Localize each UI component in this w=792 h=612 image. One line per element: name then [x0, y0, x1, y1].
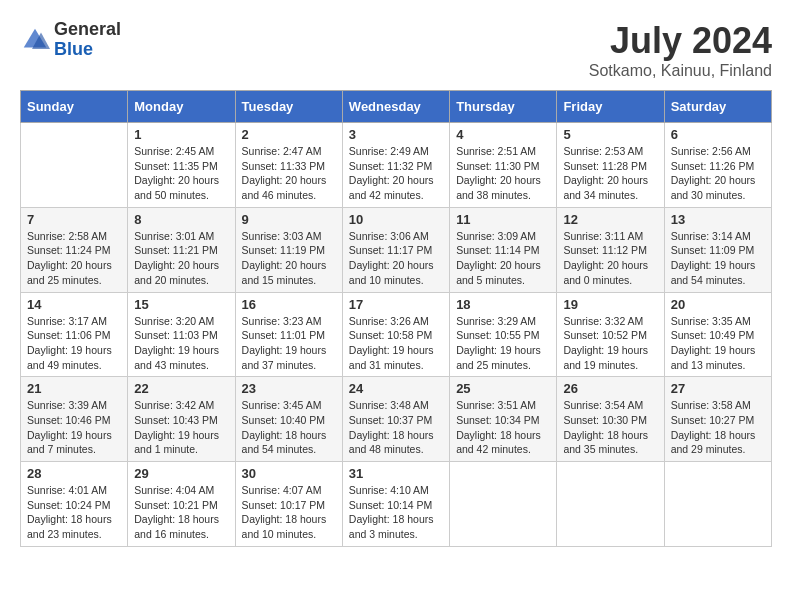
calendar-cell: 24Sunrise: 3:48 AM Sunset: 10:37 PM Dayl… [342, 377, 449, 462]
calendar-cell: 19Sunrise: 3:32 AM Sunset: 10:52 PM Dayl… [557, 292, 664, 377]
calendar-cell: 21Sunrise: 3:39 AM Sunset: 10:46 PM Dayl… [21, 377, 128, 462]
day-number: 11 [456, 212, 550, 227]
main-title: July 2024 [589, 20, 772, 62]
day-number: 26 [563, 381, 657, 396]
calendar-cell [450, 462, 557, 547]
day-info: Sunrise: 3:39 AM Sunset: 10:46 PM Daylig… [27, 398, 121, 457]
day-number: 16 [242, 297, 336, 312]
day-number: 30 [242, 466, 336, 481]
calendar-cell: 14Sunrise: 3:17 AM Sunset: 11:06 PM Dayl… [21, 292, 128, 377]
calendar-cell: 27Sunrise: 3:58 AM Sunset: 10:27 PM Dayl… [664, 377, 771, 462]
calendar-cell: 1Sunrise: 2:45 AM Sunset: 11:35 PM Dayli… [128, 123, 235, 208]
day-info: Sunrise: 3:51 AM Sunset: 10:34 PM Daylig… [456, 398, 550, 457]
day-number: 3 [349, 127, 443, 142]
calendar-cell: 26Sunrise: 3:54 AM Sunset: 10:30 PM Dayl… [557, 377, 664, 462]
day-info: Sunrise: 4:04 AM Sunset: 10:21 PM Daylig… [134, 483, 228, 542]
calendar-cell: 4Sunrise: 2:51 AM Sunset: 11:30 PM Dayli… [450, 123, 557, 208]
calendar-cell: 18Sunrise: 3:29 AM Sunset: 10:55 PM Dayl… [450, 292, 557, 377]
day-number: 29 [134, 466, 228, 481]
calendar-cell [557, 462, 664, 547]
calendar-cell: 31Sunrise: 4:10 AM Sunset: 10:14 PM Dayl… [342, 462, 449, 547]
day-header-monday: Monday [128, 91, 235, 123]
calendar-cell: 9Sunrise: 3:03 AM Sunset: 11:19 PM Dayli… [235, 207, 342, 292]
day-header-thursday: Thursday [450, 91, 557, 123]
day-header-friday: Friday [557, 91, 664, 123]
day-info: Sunrise: 3:20 AM Sunset: 11:03 PM Daylig… [134, 314, 228, 373]
calendar-week-4: 21Sunrise: 3:39 AM Sunset: 10:46 PM Dayl… [21, 377, 772, 462]
day-info: Sunrise: 3:17 AM Sunset: 11:06 PM Daylig… [27, 314, 121, 373]
calendar-cell: 11Sunrise: 3:09 AM Sunset: 11:14 PM Dayl… [450, 207, 557, 292]
day-number: 18 [456, 297, 550, 312]
calendar-cell: 6Sunrise: 2:56 AM Sunset: 11:26 PM Dayli… [664, 123, 771, 208]
calendar-cell: 15Sunrise: 3:20 AM Sunset: 11:03 PM Dayl… [128, 292, 235, 377]
day-info: Sunrise: 3:23 AM Sunset: 11:01 PM Daylig… [242, 314, 336, 373]
day-info: Sunrise: 3:06 AM Sunset: 11:17 PM Daylig… [349, 229, 443, 288]
day-info: Sunrise: 3:42 AM Sunset: 10:43 PM Daylig… [134, 398, 228, 457]
calendar-cell: 23Sunrise: 3:45 AM Sunset: 10:40 PM Dayl… [235, 377, 342, 462]
day-number: 28 [27, 466, 121, 481]
day-info: Sunrise: 3:14 AM Sunset: 11:09 PM Daylig… [671, 229, 765, 288]
calendar-cell: 8Sunrise: 3:01 AM Sunset: 11:21 PM Dayli… [128, 207, 235, 292]
calendar-cell: 13Sunrise: 3:14 AM Sunset: 11:09 PM Dayl… [664, 207, 771, 292]
day-info: Sunrise: 2:49 AM Sunset: 11:32 PM Daylig… [349, 144, 443, 203]
day-number: 20 [671, 297, 765, 312]
logo-icon [20, 25, 50, 55]
day-header-wednesday: Wednesday [342, 91, 449, 123]
day-info: Sunrise: 3:09 AM Sunset: 11:14 PM Daylig… [456, 229, 550, 288]
day-number: 7 [27, 212, 121, 227]
calendar-week-5: 28Sunrise: 4:01 AM Sunset: 10:24 PM Dayl… [21, 462, 772, 547]
day-number: 12 [563, 212, 657, 227]
calendar-cell: 20Sunrise: 3:35 AM Sunset: 10:49 PM Dayl… [664, 292, 771, 377]
day-info: Sunrise: 2:58 AM Sunset: 11:24 PM Daylig… [27, 229, 121, 288]
calendar-cell: 25Sunrise: 3:51 AM Sunset: 10:34 PM Dayl… [450, 377, 557, 462]
day-info: Sunrise: 3:26 AM Sunset: 10:58 PM Daylig… [349, 314, 443, 373]
calendar-cell: 30Sunrise: 4:07 AM Sunset: 10:17 PM Dayl… [235, 462, 342, 547]
logo-text: General Blue [54, 20, 121, 60]
calendar-table: SundayMondayTuesdayWednesdayThursdayFrid… [20, 90, 772, 547]
day-number: 13 [671, 212, 765, 227]
calendar-cell: 12Sunrise: 3:11 AM Sunset: 11:12 PM Dayl… [557, 207, 664, 292]
day-info: Sunrise: 3:48 AM Sunset: 10:37 PM Daylig… [349, 398, 443, 457]
calendar-cell [21, 123, 128, 208]
header: General Blue July 2024 Sotkamo, Kainuu, … [20, 20, 772, 80]
day-info: Sunrise: 3:58 AM Sunset: 10:27 PM Daylig… [671, 398, 765, 457]
day-number: 24 [349, 381, 443, 396]
day-number: 5 [563, 127, 657, 142]
calendar-cell: 2Sunrise: 2:47 AM Sunset: 11:33 PM Dayli… [235, 123, 342, 208]
day-info: Sunrise: 3:01 AM Sunset: 11:21 PM Daylig… [134, 229, 228, 288]
day-info: Sunrise: 2:45 AM Sunset: 11:35 PM Daylig… [134, 144, 228, 203]
day-number: 25 [456, 381, 550, 396]
calendar-cell [664, 462, 771, 547]
day-info: Sunrise: 2:47 AM Sunset: 11:33 PM Daylig… [242, 144, 336, 203]
calendar-week-2: 7Sunrise: 2:58 AM Sunset: 11:24 PM Dayli… [21, 207, 772, 292]
day-info: Sunrise: 3:32 AM Sunset: 10:52 PM Daylig… [563, 314, 657, 373]
calendar-week-1: 1Sunrise: 2:45 AM Sunset: 11:35 PM Dayli… [21, 123, 772, 208]
day-number: 9 [242, 212, 336, 227]
calendar-week-3: 14Sunrise: 3:17 AM Sunset: 11:06 PM Dayl… [21, 292, 772, 377]
day-info: Sunrise: 3:35 AM Sunset: 10:49 PM Daylig… [671, 314, 765, 373]
day-info: Sunrise: 2:53 AM Sunset: 11:28 PM Daylig… [563, 144, 657, 203]
calendar-cell: 29Sunrise: 4:04 AM Sunset: 10:21 PM Dayl… [128, 462, 235, 547]
title-area: July 2024 Sotkamo, Kainuu, Finland [589, 20, 772, 80]
calendar-cell: 10Sunrise: 3:06 AM Sunset: 11:17 PM Dayl… [342, 207, 449, 292]
day-number: 27 [671, 381, 765, 396]
day-number: 21 [27, 381, 121, 396]
day-number: 1 [134, 127, 228, 142]
calendar-cell: 5Sunrise: 2:53 AM Sunset: 11:28 PM Dayli… [557, 123, 664, 208]
calendar-cell: 28Sunrise: 4:01 AM Sunset: 10:24 PM Dayl… [21, 462, 128, 547]
day-info: Sunrise: 3:11 AM Sunset: 11:12 PM Daylig… [563, 229, 657, 288]
day-info: Sunrise: 3:29 AM Sunset: 10:55 PM Daylig… [456, 314, 550, 373]
day-number: 6 [671, 127, 765, 142]
calendar-cell: 16Sunrise: 3:23 AM Sunset: 11:01 PM Dayl… [235, 292, 342, 377]
day-number: 14 [27, 297, 121, 312]
day-number: 22 [134, 381, 228, 396]
calendar-cell: 22Sunrise: 3:42 AM Sunset: 10:43 PM Dayl… [128, 377, 235, 462]
day-info: Sunrise: 2:56 AM Sunset: 11:26 PM Daylig… [671, 144, 765, 203]
calendar-header-row: SundayMondayTuesdayWednesdayThursdayFrid… [21, 91, 772, 123]
day-info: Sunrise: 4:01 AM Sunset: 10:24 PM Daylig… [27, 483, 121, 542]
day-header-sunday: Sunday [21, 91, 128, 123]
logo: General Blue [20, 20, 121, 60]
calendar-cell: 3Sunrise: 2:49 AM Sunset: 11:32 PM Dayli… [342, 123, 449, 208]
day-number: 10 [349, 212, 443, 227]
day-info: Sunrise: 4:10 AM Sunset: 10:14 PM Daylig… [349, 483, 443, 542]
